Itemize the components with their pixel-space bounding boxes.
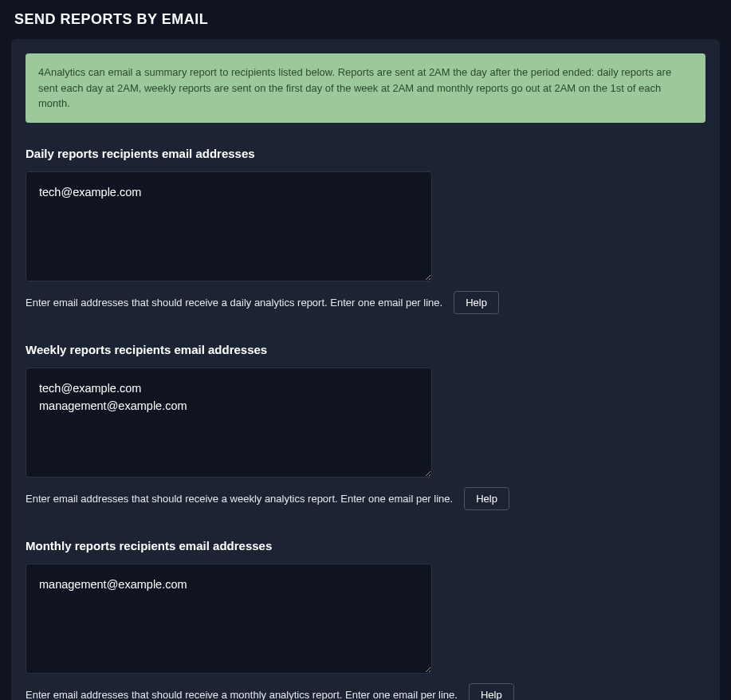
daily-helper-text: Enter email addresses that should receiv… [26,297,442,309]
weekly-section: Weekly reports recipients email addresse… [26,343,705,510]
daily-section: Daily reports recipients email addresses… [26,147,705,314]
daily-label: Daily reports recipients email addresses [26,147,705,160]
weekly-recipients-input[interactable] [26,368,432,478]
monthly-helper-text: Enter email addresses that should receiv… [26,689,458,701]
daily-helper-row: Enter email addresses that should receiv… [26,291,705,314]
monthly-label: Monthly reports recipients email address… [26,539,705,553]
monthly-recipients-input[interactable] [26,564,432,674]
page-title: SEND REPORTS BY EMAIL [14,11,720,28]
weekly-label: Weekly reports recipients email addresse… [26,343,705,356]
weekly-helper-text: Enter email addresses that should receiv… [26,493,453,505]
daily-help-button[interactable]: Help [454,291,499,314]
monthly-helper-row: Enter email addresses that should receiv… [26,683,705,701]
weekly-help-button[interactable]: Help [464,487,509,510]
weekly-helper-row: Enter email addresses that should receiv… [26,487,705,510]
daily-recipients-input[interactable] [26,171,432,281]
monthly-section: Monthly reports recipients email address… [26,539,705,701]
settings-panel: 4Analytics can email a summary report to… [11,39,720,700]
info-banner: 4Analytics can email a summary report to… [26,53,705,123]
monthly-help-button[interactable]: Help [469,683,514,701]
